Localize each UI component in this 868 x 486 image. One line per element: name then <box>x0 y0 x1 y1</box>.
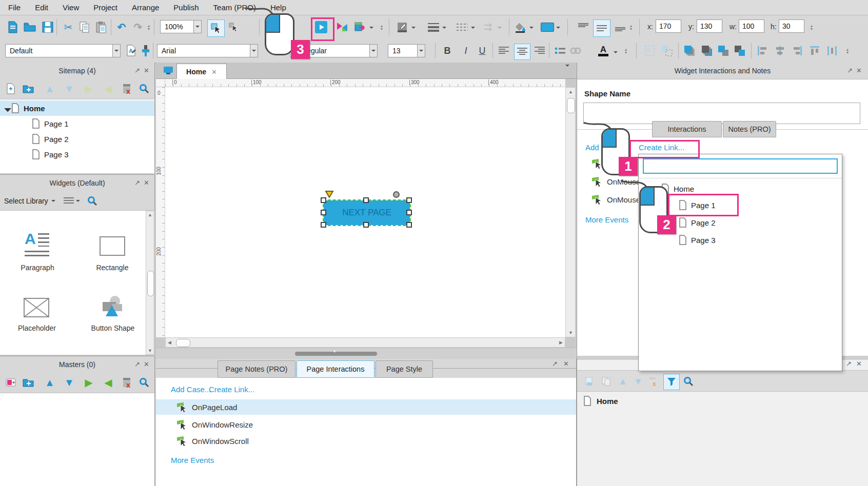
delete-master-icon[interactable]: x <box>121 376 134 389</box>
style-preset-arrow-icon[interactable] <box>112 44 121 57</box>
add-folder-icon[interactable] <box>22 82 35 95</box>
search-icon[interactable] <box>87 196 97 206</box>
align-left-edges-icon[interactable] <box>755 44 770 58</box>
event-onpageload[interactable]: OnPageLoad <box>156 399 576 415</box>
line-weight-arrow-icon[interactable] <box>440 21 448 34</box>
align-left-icon[interactable] <box>497 44 511 58</box>
move-down-icon[interactable]: ▼ <box>63 376 76 389</box>
cut-icon[interactable]: ✂ <box>61 19 76 35</box>
interactions-list-item-home[interactable]: Home <box>583 396 618 406</box>
resize-handle[interactable] <box>321 222 326 228</box>
resize-handle[interactable] <box>406 197 412 203</box>
undock-icon[interactable]: ↗ <box>134 360 140 368</box>
toolbar-overflow-icon[interactable]: ▴▾ <box>811 25 813 31</box>
horizontal-splitter[interactable]: ▾ <box>156 348 577 359</box>
add-page-icon[interactable] <box>4 82 17 95</box>
move-down-icon[interactable]: ▼ <box>632 375 645 388</box>
close-panel-icon[interactable]: ✕ <box>563 360 569 368</box>
update-style-icon[interactable]: A <box>124 44 139 58</box>
design-canvas[interactable]: NEXT PAGE <box>165 87 565 337</box>
interaction-marker-icon[interactable] <box>393 191 400 198</box>
font-size-arrow-icon[interactable] <box>417 44 425 57</box>
publish-icon[interactable] <box>334 19 350 35</box>
next-page-widget[interactable]: NEXT PAGE <box>324 200 410 225</box>
new-file-icon[interactable] <box>5 19 21 35</box>
close-panel-icon[interactable]: ✕ <box>144 179 149 187</box>
send-to-back-icon[interactable] <box>700 44 714 58</box>
toolbar-overflow-icon[interactable]: ▴▾ <box>148 25 150 31</box>
resize-handle[interactable] <box>363 197 369 203</box>
font-color-arrow-icon[interactable] <box>611 46 620 59</box>
valign-bottom-icon[interactable] <box>613 19 628 35</box>
select-pointer-icon[interactable] <box>207 19 225 37</box>
event-onwindowscroll[interactable]: OnWindowScroll <box>156 433 576 449</box>
toolbar-overflow-icon[interactable]: ▴▾ <box>846 48 849 54</box>
delete-page-icon[interactable]: x <box>121 82 134 95</box>
canvas-hscrollbar[interactable]: ◀ ▶ <box>165 337 565 348</box>
widget-button-shape-label[interactable]: Button Shape <box>86 324 140 332</box>
more-events-link[interactable]: More Events <box>585 215 628 224</box>
search-icon[interactable] <box>137 82 151 95</box>
send-backward-icon[interactable] <box>733 44 747 58</box>
shape-name-input[interactable] <box>583 103 860 124</box>
underline-button[interactable]: U <box>475 44 489 58</box>
undock-icon[interactable]: ↗ <box>847 67 853 74</box>
open-file-icon[interactable] <box>22 19 37 35</box>
add-folder-icon[interactable] <box>22 376 35 389</box>
style-preset-select[interactable]: Default <box>5 44 113 57</box>
widget-rectangle-label[interactable]: Rectangle <box>89 264 135 272</box>
align-right-icon[interactable] <box>532 44 547 58</box>
indent-right-icon[interactable]: ▶ <box>82 82 95 95</box>
paste-icon[interactable] <box>93 19 109 35</box>
expand-icon[interactable] <box>4 105 11 112</box>
zoom-select[interactable]: 100% <box>160 20 194 33</box>
line-style-icon[interactable] <box>455 19 470 35</box>
event-onwindowresize[interactable]: OnWindowResize <box>156 417 576 432</box>
save-icon[interactable] <box>40 19 55 35</box>
font-weight-arrow-icon[interactable] <box>369 44 378 57</box>
menu-help[interactable]: Help <box>270 3 286 12</box>
widget-menu-icon[interactable] <box>64 197 74 205</box>
tab-interactions[interactable]: Interactions <box>652 121 722 137</box>
undo-icon[interactable]: ↶ <box>114 19 129 35</box>
copy-case-icon[interactable] <box>600 375 613 388</box>
menu-view[interactable]: View <box>63 3 79 12</box>
line-style-arrow-icon[interactable] <box>469 21 477 34</box>
close-panel-icon[interactable]: ✕ <box>144 67 149 74</box>
undock-icon[interactable]: ↗ <box>134 67 140 74</box>
move-up-icon[interactable]: ▲ <box>43 376 56 389</box>
sitemap-item-home[interactable]: Home <box>0 100 154 116</box>
redo-icon[interactable]: ↷ <box>130 19 146 35</box>
add-case-link[interactable]: Add Case... <box>171 385 211 394</box>
font-family-select[interactable]: Arial <box>157 44 250 57</box>
move-down-icon[interactable]: ▼ <box>63 82 76 95</box>
tab-page-style[interactable]: Page Style <box>376 360 433 378</box>
more-events-link[interactable]: More Events <box>171 456 214 464</box>
undock-icon[interactable]: ↗ <box>552 360 558 368</box>
sitemap-item-page3[interactable]: Page 3 <box>0 147 154 162</box>
scroll-up-icon[interactable]: ▲ <box>568 89 573 94</box>
italic-button[interactable]: I <box>459 44 473 58</box>
select-library-arrow-icon[interactable] <box>51 200 55 204</box>
filter-icon[interactable] <box>663 374 680 390</box>
ungroup-icon[interactable] <box>660 44 674 58</box>
tab-page-notes[interactable]: Page Notes (PRO) <box>218 360 295 378</box>
bullet-list-icon[interactable] <box>553 44 567 58</box>
close-panel-icon[interactable]: ✕ <box>856 67 862 74</box>
bold-button[interactable]: B <box>440 44 455 58</box>
widget-button-shape-icon[interactable] <box>98 295 124 319</box>
group-icon[interactable] <box>642 44 657 58</box>
widget-placeholder-icon[interactable] <box>24 298 49 319</box>
bring-forward-icon[interactable] <box>716 44 731 58</box>
canvas-vscrollbar[interactable]: ▲ ▼ <box>565 87 576 337</box>
search-icon[interactable] <box>137 376 151 389</box>
indent-left-icon[interactable]: ◀ <box>102 82 115 95</box>
move-up-icon[interactable]: ▲ <box>616 375 629 388</box>
resize-handle[interactable] <box>321 210 326 215</box>
create-link-link[interactable]: Create Link... <box>209 385 254 394</box>
undock-icon[interactable]: ↗ <box>134 179 140 187</box>
align-top-edges-icon[interactable] <box>807 44 822 58</box>
widget-paragraph-label[interactable]: Paragraph <box>15 264 60 272</box>
valign-middle-icon[interactable] <box>593 19 610 37</box>
toolbar-overflow-icon[interactable]: ▴▾ <box>381 25 383 31</box>
